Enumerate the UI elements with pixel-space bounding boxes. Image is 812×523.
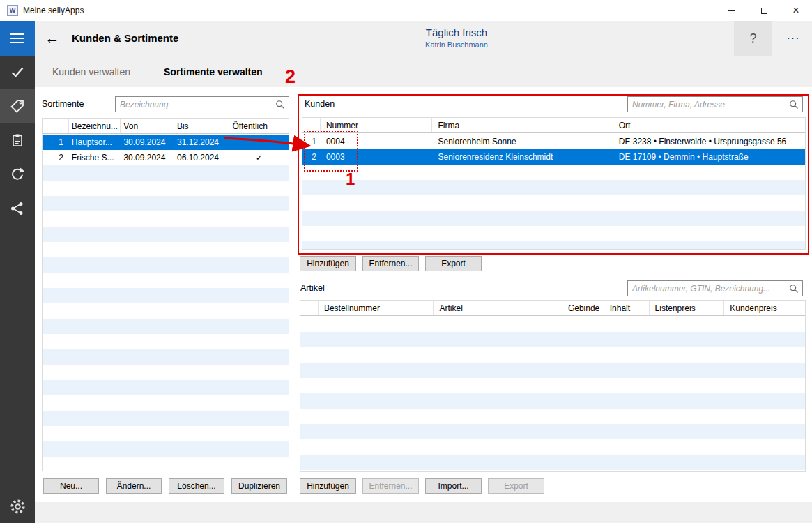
sidebar-item-tasks[interactable] [0, 55, 35, 89]
ellipsis-icon: ··· [787, 32, 800, 45]
aendern-button[interactable]: Ändern... [106, 478, 162, 494]
sortimente-search-input[interactable] [116, 97, 289, 112]
kunden-hinzufuegen-button[interactable]: Hinzufügen [300, 256, 356, 271]
titlebar: W Meine sellyApps × [0, 0, 812, 21]
app-window: W Meine sellyApps × [0, 0, 812, 523]
minimize-icon [728, 10, 735, 11]
artikel-search [627, 280, 803, 296]
neu-button[interactable]: Neu... [43, 478, 99, 494]
artikel-table-header: Bestellnummer Artikel Gebinde Inhalt Lis… [300, 301, 805, 316]
sidebar-item-settings[interactable] [0, 491, 35, 522]
cell-bezeichnung: Frische S... [69, 153, 121, 162]
column-header-rownum [43, 119, 69, 133]
column-header-von[interactable]: Von [121, 119, 174, 133]
sync-icon [9, 166, 26, 183]
checkmark-icon: ✓ [230, 153, 289, 162]
column-header-bezeichnung[interactable]: Bezeichnu... [69, 119, 121, 133]
sortimente-row[interactable]: 1 Hauptsor... 30.09.2024 31.12.2024 [43, 135, 289, 150]
column-header-inhalt[interactable]: Inhalt [604, 301, 650, 315]
artikel-export-button: Export [488, 478, 544, 494]
kunden-table-header: Nummer Firma Ort [302, 118, 805, 133]
cell-von: 30.09.2024 [121, 137, 174, 147]
row-number: 2 [43, 153, 69, 162]
artikel-hinzufuegen-button[interactable]: Hinzufügen [300, 478, 356, 494]
cell-bis: 31.12.2024 [174, 137, 230, 147]
column-header-bestellnummer[interactable]: Bestellnummer [319, 301, 434, 315]
kunden-table-body: 1 0004 Seniorenheim Sonne DE 3238 • Fins… [302, 134, 805, 249]
sidebar-item-sync[interactable] [0, 158, 35, 191]
cell-ort: DE 3238 • Finsterwalde • Ursprungsgasse … [613, 137, 805, 146]
search-icon[interactable] [275, 100, 285, 112]
sidebar-item-orders[interactable] [0, 123, 35, 157]
sidebar-item-network[interactable] [0, 192, 35, 225]
cell-firma: Seniorenheim Sonne [433, 137, 613, 146]
help-icon: ? [749, 31, 756, 46]
cell-bezeichnung: Hauptsor... [69, 137, 121, 147]
window-title: Meine sellyApps [23, 6, 84, 15]
gear-icon [9, 498, 26, 515]
close-icon: × [792, 4, 799, 17]
artikel-search-input[interactable] [628, 281, 802, 296]
cell-nummer: 0003 [321, 152, 433, 162]
sortimente-table-header: Bezeichnu... Von Bis Öffentlich [43, 119, 289, 134]
row-number: 1 [302, 137, 321, 146]
app-icon: W [7, 5, 18, 16]
sidebar-item-sortimente[interactable] [0, 89, 35, 123]
share-icon [9, 200, 26, 217]
duplizieren-button[interactable]: Duplizieren [231, 478, 287, 494]
kunden-export-button[interactable]: Export [425, 256, 482, 271]
cell-firma: Seniorenresidenz Kleinschmidt [433, 152, 613, 162]
artikel-section-label: Artikel [300, 283, 325, 293]
sortimente-section-label: Sortimente [42, 99, 84, 109]
artikel-table-body [300, 317, 805, 471]
more-button[interactable]: ··· [779, 21, 807, 56]
check-icon [9, 63, 26, 80]
user-name: Katrin Buschmann [387, 40, 526, 49]
sortimente-table: Bezeichnu... Von Bis Öffentlich 1 Haupts… [42, 118, 289, 471]
row-number: 2 [302, 152, 321, 162]
maximize-icon [761, 8, 767, 14]
context-header: Täglich frisch Katrin Buschmann [387, 26, 526, 49]
company-name: Täglich frisch [387, 26, 526, 38]
column-header-firma[interactable]: Firma [432, 118, 613, 132]
sortimente-search [115, 96, 289, 112]
tab-bar [35, 56, 812, 87]
kunden-search-input[interactable] [628, 97, 802, 112]
kunden-table: Nummer Firma Ort 1 0004 Seniorenheim Son… [302, 117, 806, 250]
cell-bis: 06.10.2024 [174, 153, 230, 162]
column-header-gebinde[interactable]: Gebinde [562, 301, 604, 315]
column-header-oeffentlich[interactable]: Öffentlich [229, 119, 289, 133]
column-header-artikel[interactable]: Artikel [434, 301, 562, 315]
column-header-bis[interactable]: Bis [174, 119, 230, 133]
page-title: Kunden & Sortimente [72, 32, 178, 44]
cell-nummer: 0004 [321, 137, 433, 146]
column-header-listenpreis[interactable]: Listenpreis [650, 301, 725, 315]
artikel-table: Bestellnummer Artikel Gebinde Inhalt Lis… [300, 300, 806, 472]
search-icon[interactable] [789, 284, 799, 296]
minimize-button[interactable] [716, 0, 748, 21]
column-header-rownum [302, 118, 321, 132]
help-button[interactable]: ? [734, 21, 772, 56]
cell-ort: DE 17109 • Demmin • Hauptstraße [613, 152, 805, 162]
close-button[interactable]: × [780, 0, 812, 21]
sortimente-row[interactable]: 2 Frische S... 30.09.2024 06.10.2024 ✓ [43, 150, 289, 165]
loeschen-button[interactable]: Löschen... [169, 478, 224, 494]
cell-von: 30.09.2024 [121, 153, 174, 162]
column-header-nummer[interactable]: Nummer [321, 118, 433, 132]
clipboard-icon [9, 132, 26, 149]
column-header-ort[interactable]: Ort [613, 118, 805, 132]
search-icon[interactable] [789, 100, 799, 112]
sortimente-table-body: 1 Hauptsor... 30.09.2024 31.12.2024 2 Fr… [43, 135, 289, 471]
back-icon: ← [45, 30, 60, 47]
sidebar [0, 21, 35, 523]
kunden-row[interactable]: 1 0004 Seniorenheim Sonne DE 3238 • Fins… [302, 134, 805, 149]
hamburger-menu-button[interactable] [0, 21, 35, 56]
kunden-row[interactable]: 2 0003 Seniorenresidenz Kleinschmidt DE … [302, 149, 805, 165]
maximize-button[interactable] [748, 0, 780, 21]
tab-kunden-verwalten[interactable]: Kunden verwalten [52, 56, 130, 87]
tab-sortimente-verwalten[interactable]: Sortimente verwalten [164, 56, 263, 87]
back-button[interactable]: ← [40, 21, 64, 56]
column-header-kundenpreis[interactable]: Kundenpreis [724, 301, 805, 315]
kunden-entfernen-button[interactable]: Entfernen... [362, 256, 419, 271]
artikel-import-button[interactable]: Import... [425, 478, 482, 494]
